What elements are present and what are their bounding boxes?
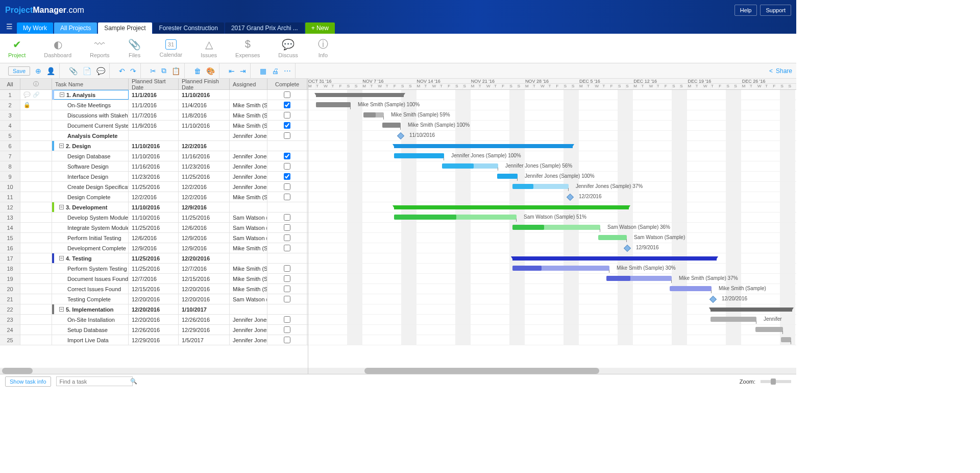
- col-all[interactable]: All: [0, 79, 20, 89]
- grid-body[interactable]: 1💬🔗−1. Analysis11/1/201611/10/20162🔒On-S…: [0, 90, 308, 368]
- task-row[interactable]: 22−5. Implementation12/20/20161/10/2017: [0, 304, 308, 315]
- indent-icon[interactable]: ⇥: [240, 67, 246, 75]
- col-finish[interactable]: Planned Finish Date: [179, 79, 230, 89]
- view-discuss[interactable]: 💬Discuss: [278, 39, 298, 58]
- view-reports[interactable]: 〰Reports: [90, 39, 110, 58]
- task-bar[interactable]: [512, 225, 600, 230]
- complete-checkbox[interactable]: [284, 286, 290, 292]
- person-icon[interactable]: 👤: [46, 67, 55, 75]
- task-bar[interactable]: [382, 123, 401, 128]
- save-button[interactable]: Save: [8, 66, 30, 76]
- paste-icon[interactable]: 📋: [172, 67, 180, 75]
- find-task-input[interactable]: [60, 379, 130, 385]
- task-row[interactable]: 14Integrate System Module11/25/201612/6/…: [0, 223, 308, 233]
- task-row[interactable]: 15Perform Initial Testing12/6/201612/9/2…: [0, 233, 308, 243]
- task-bar[interactable]: [363, 112, 384, 117]
- delete-icon[interactable]: 🗑: [194, 67, 201, 75]
- task-row[interactable]: 25Import Live Data12/29/20161/5/2017Jenn…: [0, 335, 308, 345]
- complete-checkbox[interactable]: [284, 296, 290, 302]
- complete-checkbox[interactable]: [284, 224, 290, 231]
- summary-bar[interactable]: [710, 308, 792, 312]
- menu-icon[interactable]: ☰: [4, 22, 17, 34]
- task-bar[interactable]: [512, 266, 609, 271]
- tab-grandprix[interactable]: 2017 Grand Prix Archi ...: [225, 22, 304, 34]
- share-button[interactable]: < Share: [769, 67, 792, 75]
- attach-icon[interactable]: 📎: [69, 67, 78, 75]
- tab-forester[interactable]: Forester Construction: [153, 22, 224, 34]
- task-row[interactable]: 19Document Issues Found12/7/201612/15/20…: [0, 274, 308, 284]
- complete-checkbox[interactable]: [284, 326, 290, 333]
- complete-checkbox[interactable]: [284, 214, 290, 221]
- complete-checkbox[interactable]: [284, 245, 290, 251]
- task-row[interactable]: 5Analysis CompleteJennifer Jones: [0, 131, 308, 141]
- task-bar[interactable]: [497, 174, 518, 179]
- task-row[interactable]: 11Design Complete12/2/201612/2/2016Mike …: [0, 192, 308, 202]
- summary-bar[interactable]: [316, 93, 404, 97]
- complete-checkbox[interactable]: [284, 265, 290, 272]
- summary-bar[interactable]: [394, 144, 573, 148]
- task-row[interactable]: 20Correct Issues Found12/15/201612/20/20…: [0, 284, 308, 294]
- complete-checkbox[interactable]: [284, 194, 290, 200]
- expand-icon[interactable]: −: [60, 92, 64, 97]
- redo-icon[interactable]: ↷: [130, 67, 136, 75]
- complete-checkbox[interactable]: [284, 173, 290, 180]
- task-row[interactable]: 13Develop System Modules11/10/201611/25/…: [0, 212, 308, 223]
- task-bar[interactable]: [598, 235, 627, 240]
- view-expenses[interactable]: $Expenses: [235, 39, 260, 58]
- task-row[interactable]: 21Testing Complete12/20/201612/20/2016Sa…: [0, 294, 308, 304]
- task-bar[interactable]: [670, 286, 712, 291]
- note-icon[interactable]: 📄: [83, 67, 91, 75]
- copy-icon[interactable]: ⧉: [161, 66, 166, 75]
- task-row[interactable]: 8Software Design11/16/201611/23/2016Jenn…: [0, 161, 308, 172]
- col-task-name[interactable]: Task Name: [52, 79, 129, 89]
- task-row[interactable]: 3Discussions with Stakeho11/7/201611/8/2…: [0, 110, 308, 121]
- complete-checkbox[interactable]: [284, 153, 290, 159]
- palette-icon[interactable]: 🎨: [206, 67, 215, 75]
- support-button[interactable]: Support: [760, 5, 791, 16]
- tab-all-projects[interactable]: All Projects: [54, 22, 97, 34]
- col-start[interactable]: Planned Start Date: [129, 79, 179, 89]
- complete-checkbox[interactable]: [284, 316, 290, 323]
- task-row[interactable]: 18Perform System Testing11/25/201612/7/2…: [0, 264, 308, 274]
- expand-icon[interactable]: −: [59, 256, 64, 261]
- complete-checkbox[interactable]: [284, 337, 290, 343]
- show-task-info-button[interactable]: Show task info: [5, 376, 51, 387]
- find-task-search[interactable]: 🔍: [56, 376, 133, 386]
- task-bar[interactable]: [394, 215, 517, 220]
- gantt-hscroll[interactable]: [308, 368, 796, 374]
- task-bar[interactable]: [512, 184, 569, 189]
- task-bar[interactable]: [442, 163, 498, 169]
- complete-checkbox[interactable]: [284, 122, 290, 129]
- tab-my-work[interactable]: My Work: [17, 22, 53, 34]
- view-dashboard[interactable]: ◐Dashboard: [44, 39, 71, 58]
- print-icon[interactable]: 🖨: [272, 67, 279, 75]
- task-bar[interactable]: [606, 276, 672, 281]
- task-bar[interactable]: [710, 317, 756, 322]
- add-icon[interactable]: ⊕: [35, 67, 41, 75]
- more-icon[interactable]: ⋯: [284, 67, 291, 75]
- grid-hscroll[interactable]: [0, 368, 308, 374]
- complete-checkbox[interactable]: [284, 234, 290, 241]
- complete-checkbox[interactable]: [284, 163, 290, 170]
- tab-sample-project[interactable]: Sample Project: [98, 22, 152, 34]
- milestone-diamond[interactable]: [709, 296, 717, 303]
- task-bar[interactable]: [781, 337, 791, 342]
- task-row[interactable]: 12−3. Development11/10/201612/9/2016: [0, 202, 308, 212]
- view-issues[interactable]: △Issues: [201, 39, 217, 58]
- col-assigned[interactable]: Assigned: [230, 79, 267, 89]
- task-row[interactable]: 7Design Database11/10/201611/16/2016Jenn…: [0, 151, 308, 161]
- complete-checkbox[interactable]: [284, 112, 290, 119]
- view-project[interactable]: ✔Project: [8, 39, 26, 58]
- task-row[interactable]: 2🔒On-Site Meetings11/1/201611/4/2016Mike…: [0, 100, 308, 110]
- zoom-slider[interactable]: [761, 380, 791, 383]
- task-row[interactable]: 1💬🔗−1. Analysis11/1/201611/10/2016: [0, 90, 308, 100]
- help-button[interactable]: Help: [734, 5, 757, 16]
- gantt-body[interactable]: Mike Smith (Sample) 100%Mike Smith (Samp…: [308, 90, 796, 368]
- task-row[interactable]: 6−2. Design11/10/201612/2/2016: [0, 141, 308, 151]
- columns-icon[interactable]: ▦: [260, 67, 266, 75]
- tab-new[interactable]: + New: [305, 22, 335, 34]
- task-row[interactable]: 24Setup Database12/26/201612/29/2016Jenn…: [0, 325, 308, 335]
- view-calendar[interactable]: 31Calendar: [160, 39, 183, 58]
- expand-icon[interactable]: −: [59, 307, 64, 312]
- task-row[interactable]: 16Development Complete12/9/201612/9/2016…: [0, 243, 308, 253]
